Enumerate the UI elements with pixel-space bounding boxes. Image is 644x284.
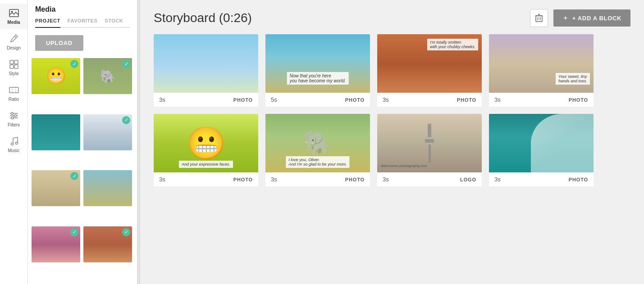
svg-rect-5 [10,65,14,68]
media-check-1: ✓ [70,60,78,68]
media-thumb-6[interactable] [83,170,132,206]
card-overlay-5: And your expressive faces. [179,161,233,168]
svg-rect-7 [9,87,18,93]
sidebar-item-design[interactable]: Design [0,29,27,55]
media-thumb-3[interactable] [32,114,80,150]
storyboard-card-3[interactable]: I'm totally smittenwith your chubby chee… [377,34,482,107]
media-thumb-8[interactable]: ✓ [83,226,132,262]
main-header: Storyboard (0:26) ＋ + ADD A BLOCK [140,0,644,34]
card-type-7: LOGO [460,177,476,182]
storyboard-row-1: 3s PHOTO Now that you're hereyou have be… [154,34,630,107]
svg-point-17 [15,142,18,144]
card-duration-7: 3s [383,176,389,183]
tab-favorites[interactable]: FAVORITES [68,18,97,27]
left-panel: Media PROJECT FAVORITES STOCK UPLOAD 😬 ✓… [28,0,137,284]
sidebar-item-filters[interactable]: Filters [0,106,27,132]
ratio-label: Ratio [9,97,19,102]
card-duration-4: 3s [494,96,501,103]
storyboard-card-2[interactable]: Now that you're hereyou have become my w… [265,34,370,107]
svg-rect-3 [10,60,14,64]
sidebar-item-style[interactable]: Style [0,55,27,81]
storyboard-grid: 3s PHOTO Now that you're hereyou have be… [140,34,644,284]
card-duration-2: 5s [271,96,277,103]
main-content: Storyboard (0:26) ＋ + ADD A BLOCK [140,0,644,284]
card-image-8 [489,114,594,172]
card-duration-3: 3s [383,96,389,103]
sidebar-item-media[interactable]: Media [0,4,27,29]
filters-label: Filters [8,122,20,127]
card-duration-8: 3s [494,176,501,183]
card-image-1 [154,34,258,93]
card-footer-1: 3s PHOTO [154,93,258,107]
card-overlay-6: I love you, Oliver.And I'm so glad to be… [286,156,349,168]
card-footer-7: 3s LOGO [377,172,482,186]
media-check-5: ✓ [70,172,78,180]
media-grid: 😬 ✓ 🐘 ✓ ✓ ✓ ✓ ✓ [28,58,137,284]
svg-point-16 [11,143,13,145]
card-type-3: PHOTO [457,97,476,103]
sidebar-item-music[interactable]: Music [0,132,27,158]
card-footer-5: 3s PHOTO [154,172,258,186]
media-check-4: ✓ [122,116,130,124]
tab-stock[interactable]: STOCK [105,18,123,27]
media-check-2: ✓ [122,60,130,68]
left-panel-header: Media PROJECT FAVORITES STOCK [28,0,137,28]
card-footer-2: 5s PHOTO [265,93,370,107]
storyboard-card-8[interactable]: 3s PHOTO [489,114,594,186]
card-footer-3: 3s PHOTO [377,93,482,107]
media-thumb-2[interactable]: 🐘 ✓ [83,58,132,94]
svg-point-14 [14,115,16,117]
card-overlay-3: I'm totally smittenwith your chubby chee… [427,39,478,50]
storyboard-card-7[interactable]: littlemomor-photography.com 3s LOGO [377,114,482,186]
card-duration-5: 3s [159,176,165,183]
trash-icon [535,14,543,22]
media-thumb-4[interactable]: ✓ [83,114,132,150]
upload-button[interactable]: UPLOAD [35,35,83,51]
music-icon [9,136,19,146]
sidebar-item-ratio[interactable]: Ratio [0,81,27,106]
delete-button[interactable] [530,9,548,27]
card-image-4: Your sweet, tinyhands and toes. [489,34,594,93]
storyboard-card-1[interactable]: 3s PHOTO [154,34,258,107]
svg-line-2 [14,36,16,38]
card-footer-4: 3s PHOTO [489,93,594,107]
card-footer-6: 3s PHOTO [265,172,370,186]
card-watermark-7: littlemomor-photography.com [381,164,427,168]
svg-point-13 [11,113,13,115]
media-label: Media [7,20,20,25]
card-duration-6: 3s [271,176,277,183]
design-label: Design [7,45,21,50]
tab-project[interactable]: PROJECT [35,18,60,28]
card-image-6: 🐘 I love you, Oliver.And I'm so glad to … [265,114,370,172]
svg-rect-6 [14,65,18,68]
svg-point-15 [11,117,14,119]
tabs-row: PROJECT FAVORITES STOCK [35,18,130,28]
add-block-label: + ADD A BLOCK [572,15,621,22]
icon-sidebar: Media Design Style [0,0,28,284]
media-thumb-5[interactable]: ✓ [32,170,80,206]
add-block-button[interactable]: ＋ + ADD A BLOCK [553,9,630,27]
card-type-1: PHOTO [233,97,253,103]
storyboard-title: Storyboard (0:26) [154,11,252,25]
svg-rect-18 [536,16,542,22]
upload-area: UPLOAD [28,28,137,58]
media-thumb-7[interactable]: ✓ [32,226,80,262]
card-footer-8: 3s PHOTO [489,172,594,186]
left-panel-title: Media [35,5,130,14]
media-thumb-1[interactable]: 😬 ✓ [32,58,80,94]
card-overlay-2: Now that you're hereyou have become my w… [287,72,349,85]
storyboard-card-4[interactable]: Your sweet, tinyhands and toes. 3s PHOTO [489,34,594,107]
media-check-8: ✓ [122,228,130,236]
brush-icon [9,34,19,44]
card-image-3: I'm totally smittenwith your chubby chee… [377,34,482,93]
card-type-4: PHOTO [569,97,588,103]
card-duration-1: 3s [159,96,165,103]
storyboard-card-6[interactable]: 🐘 I love you, Oliver.And I'm so glad to … [265,114,370,186]
storyboard-card-5[interactable]: 😬 And your expressive faces. 3s PHOTO [154,114,258,186]
header-actions: ＋ + ADD A BLOCK [530,9,630,27]
card-type-2: PHOTO [345,97,365,103]
image-icon [9,8,19,18]
card-overlay-4: Your sweet, tinyhands and toes. [556,73,590,85]
grid-icon [9,59,19,69]
svg-rect-4 [14,60,18,64]
